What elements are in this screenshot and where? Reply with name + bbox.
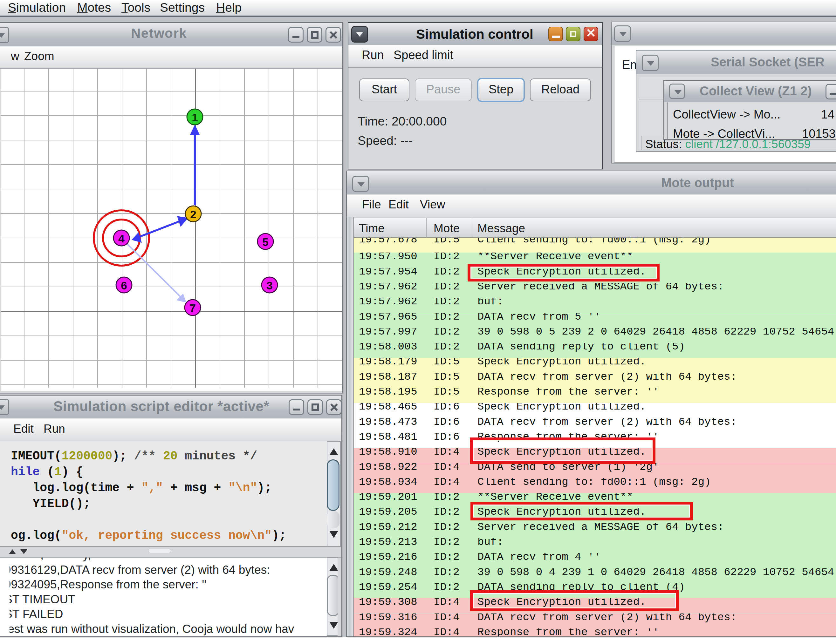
svg-text:4: 4 xyxy=(118,232,125,245)
svg-text:6: 6 xyxy=(121,279,127,292)
svg-text:1: 1 xyxy=(192,111,198,124)
svg-text:2: 2 xyxy=(190,208,196,220)
svg-text:5: 5 xyxy=(262,236,268,248)
svg-text:3: 3 xyxy=(266,279,273,292)
svg-text:7: 7 xyxy=(189,302,196,314)
